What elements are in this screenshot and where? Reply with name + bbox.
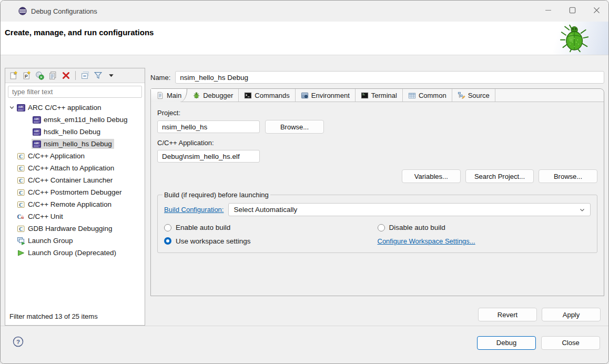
duplicate-configuration-button[interactable] bbox=[47, 69, 59, 82]
window-title: Debug Configurations bbox=[31, 7, 97, 15]
tab-label: Debugger bbox=[203, 92, 233, 99]
new-configuration-icon bbox=[9, 71, 18, 80]
toolbar-separator bbox=[75, 71, 76, 80]
radio-enable-auto-build[interactable] bbox=[164, 224, 171, 231]
variables-button[interactable]: Variables... bbox=[402, 169, 461, 183]
new-configuration-button[interactable] bbox=[7, 69, 19, 82]
chevron-down-icon bbox=[579, 207, 585, 213]
tab-terminal[interactable]: Terminal bbox=[356, 89, 403, 102]
tree-item-label: Launch Group bbox=[28, 237, 73, 245]
name-label: Name: bbox=[150, 74, 170, 82]
tree-item-label: C/C++ Attach to Application bbox=[28, 164, 114, 172]
application-action-buttons: Variables...Search Project...Browse... bbox=[157, 169, 597, 183]
tree-item-c-c-container-launcher[interactable]: CC/C++ Container Launcher bbox=[5, 174, 145, 186]
help-button[interactable]: ? bbox=[12, 337, 24, 349]
minimize-icon bbox=[545, 6, 552, 16]
menu-dropdown-button[interactable] bbox=[105, 69, 117, 82]
bug-artwork-icon bbox=[541, 22, 608, 55]
arc-icon: ARC bbox=[33, 116, 41, 124]
revert-apply-row: Revert Apply bbox=[150, 308, 604, 321]
tree-item-label: ARC C/C++ application bbox=[28, 104, 102, 112]
c-app-icon: C bbox=[17, 164, 25, 173]
radio-option-enable-auto-build[interactable]: Enable auto build bbox=[164, 224, 378, 231]
delete-configuration-icon bbox=[62, 71, 70, 80]
search-project-button[interactable]: Search Project... bbox=[465, 169, 534, 183]
new-prototype-button[interactable]: P bbox=[21, 69, 33, 82]
tab-environment[interactable]: Environment bbox=[296, 89, 356, 102]
filter-field-wrap bbox=[8, 86, 142, 98]
tree-item-label: C/C++ Application bbox=[28, 152, 85, 160]
terminal-tab-icon bbox=[361, 92, 369, 99]
tree-item-c-c-unit[interactable]: CüC/C++ Unit bbox=[5, 210, 145, 223]
tree-item-launch-group[interactable]: Launch Group bbox=[5, 235, 145, 247]
tree-item-hsdk-hello-debug[interactable]: ARChsdk_hello Debug bbox=[5, 126, 145, 138]
filter-configurations-button[interactable] bbox=[92, 69, 104, 82]
svg-text:ARC: ARC bbox=[33, 129, 39, 133]
c-app-icon: C bbox=[17, 225, 25, 233]
tree-item-label: nsim_hello_hs Debug bbox=[44, 140, 112, 148]
tree-item-emsk-em11d-hello-debug[interactable]: ARCemsk_em11d_hello Debug bbox=[5, 114, 145, 126]
radio-option-use-workspace-settings[interactable]: Use workspace settings bbox=[164, 237, 378, 245]
dialog-body: P ARCARC C/C++ applicationARCemsk_em11d_… bbox=[1, 56, 608, 326]
build-configuration-link[interactable]: Build Configuration: bbox=[164, 206, 224, 214]
dialog-footer: ? Debug Close bbox=[1, 326, 608, 363]
maximize-button[interactable] bbox=[560, 1, 584, 22]
menu-dropdown-icon bbox=[108, 73, 114, 78]
project-input[interactable] bbox=[157, 120, 260, 133]
name-input[interactable] bbox=[175, 71, 604, 84]
apply-button[interactable]: Apply bbox=[542, 308, 601, 321]
tree-item-nsim-hello-hs-debug[interactable]: ARCnsim_hello_hs Debug bbox=[5, 138, 145, 150]
svg-text:ARC: ARC bbox=[33, 117, 39, 120]
minimize-button[interactable] bbox=[536, 1, 560, 22]
tree-item-gdb-hardware-debugging[interactable]: CGDB Hardware Debugging bbox=[5, 223, 145, 235]
project-browse-button[interactable]: Browse... bbox=[265, 120, 324, 134]
tab-label: Environment bbox=[311, 92, 350, 99]
c-app-icon: C bbox=[17, 188, 25, 197]
svg-text:C: C bbox=[19, 154, 23, 159]
help-icon: ? bbox=[13, 336, 24, 349]
expand-chevron-icon[interactable] bbox=[7, 105, 16, 110]
tree-item-c-c-application[interactable]: CC/C++ Application bbox=[5, 150, 145, 162]
radio-use-workspace-settings[interactable] bbox=[164, 237, 171, 245]
collapse-all-button[interactable] bbox=[79, 69, 91, 82]
tab-source[interactable]: Source bbox=[452, 89, 495, 102]
radio-disable-auto-build[interactable] bbox=[378, 224, 385, 231]
dialog-header: Create, manage, and run configurations bbox=[1, 22, 608, 55]
application-input[interactable] bbox=[157, 150, 260, 163]
dialog-close-button[interactable]: Close bbox=[541, 336, 600, 350]
tab-common[interactable]: Common bbox=[403, 89, 452, 102]
environment-tab-icon bbox=[301, 92, 309, 99]
debugger-tab-icon bbox=[192, 92, 200, 99]
arc-icon: ARC bbox=[17, 104, 25, 112]
build-configuration-select[interactable]: Select Automatically bbox=[228, 203, 591, 216]
tab-commands[interactable]: Commands bbox=[239, 89, 295, 102]
debug-button[interactable]: Debug bbox=[477, 336, 536, 350]
revert-button[interactable]: Revert bbox=[478, 308, 537, 321]
tree-item-label: C/C++ Postmortem Debugger bbox=[28, 188, 122, 196]
tab-main[interactable]: Main bbox=[151, 89, 187, 102]
tree-item-label: C/C++ Unit bbox=[28, 213, 63, 220]
configure-workspace-settings-link[interactable]: Configure Workspace Settings... bbox=[378, 237, 475, 245]
browse-button[interactable]: Browse... bbox=[539, 169, 597, 183]
tree-item-c-c-remote-application[interactable]: CC/C++ Remote Application bbox=[5, 198, 145, 210]
filter-input[interactable] bbox=[8, 86, 142, 98]
delete-configuration-button[interactable] bbox=[60, 69, 72, 82]
tree-item-label: Launch Group (Deprecated) bbox=[28, 249, 116, 257]
radio-option-disable-auto-build[interactable]: Disable auto build bbox=[378, 224, 591, 231]
tree-item-label: emsk_em11d_hello Debug bbox=[44, 116, 128, 124]
tree-item-c-c-attach-to-application[interactable]: CC/C++ Attach to Application bbox=[5, 162, 145, 174]
build-group-title: Build (if required) before launching bbox=[163, 191, 270, 199]
close-button[interactable] bbox=[584, 1, 608, 22]
tab-label: Main bbox=[167, 92, 181, 99]
launch-group-icon bbox=[17, 237, 25, 245]
tree-item-label: hsdk_hello Debug bbox=[44, 128, 100, 136]
tab-debugger[interactable]: Debugger bbox=[187, 89, 239, 102]
svg-text:C: C bbox=[19, 190, 23, 195]
arc-icon: ARC bbox=[33, 140, 41, 148]
duplicate-configuration-icon bbox=[48, 71, 57, 80]
tree-item-c-c-postmortem-debugger[interactable]: CC/C++ Postmortem Debugger bbox=[5, 186, 145, 198]
radio-label: Disable auto build bbox=[389, 224, 445, 231]
export-configurations-button[interactable] bbox=[34, 69, 46, 82]
tree-item-launch-group-deprecated[interactable]: Launch Group (Deprecated) bbox=[5, 247, 145, 259]
tree-item-arc-c-c-application[interactable]: ARCARC C/C++ application bbox=[5, 102, 145, 114]
